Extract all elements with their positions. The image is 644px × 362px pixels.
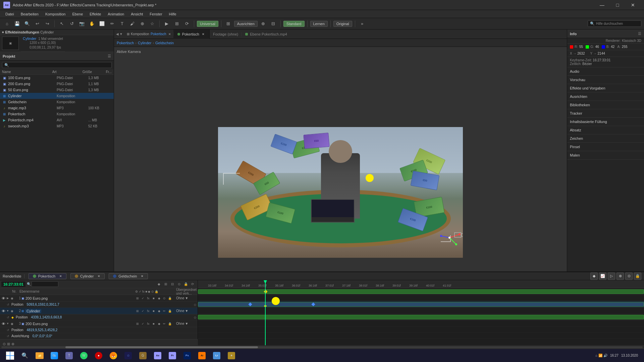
list-item[interactable]: ⊞ Geldschein Komposition: [0, 99, 114, 105]
rotation-tool[interactable]: ↺: [67, 19, 76, 28]
magnet-button[interactable]: ⊞: [224, 19, 233, 28]
position-value-2[interactable]: 4339,1,1420,6,663,8: [31, 315, 62, 319]
ausrichtung-value[interactable]: 0,0°,0,0°,0,0°: [33, 334, 52, 338]
timeline-tab-cylinder[interactable]: Cylinder ✕: [70, 273, 105, 279]
list-item[interactable]: ▣ 100 Euro.png PNG-Datei 1,3 MB: [0, 75, 114, 81]
tracker-section[interactable]: Tracker: [567, 109, 644, 118]
menu-animation[interactable]: Animation: [105, 11, 127, 17]
taskbar-app-9[interactable]: G: [136, 350, 150, 362]
sw-keyframe-2[interactable]: ◆: [157, 309, 161, 313]
pan-tool[interactable]: ✋: [88, 19, 96, 28]
menu-ebene[interactable]: Ebene: [69, 11, 86, 17]
footage-tab[interactable]: Footage (ohne): [210, 32, 242, 36]
list-item[interactable]: ⊞ Pokertisch Komposition: [0, 111, 114, 117]
tl-btn-lock[interactable]: 🔒: [183, 281, 189, 287]
undo-button[interactable]: ↩: [33, 19, 42, 28]
menu-hilfe[interactable]: Hilfe: [166, 11, 179, 17]
loop-button[interactable]: ⟳: [182, 19, 191, 28]
sync-mode[interactable]: Universal: [197, 21, 218, 27]
close-button[interactable]: ✕: [625, 0, 641, 10]
sw-check-1[interactable]: ✓: [141, 296, 145, 301]
sw-lock-1[interactable]: 🔒: [167, 296, 172, 301]
sw-check-2[interactable]: ✓: [141, 309, 145, 313]
breadcrumb-geldschein[interactable]: Geldschein: [155, 41, 174, 45]
ebene-tab[interactable]: Ebene Pokertisch.mp4: [242, 32, 290, 36]
tab-menu-icon[interactable]: ▼: [119, 32, 123, 36]
tab-pokertisch[interactable]: Pokertisch ✕: [173, 29, 210, 39]
sw-motion-3[interactable]: ⊞: [135, 321, 140, 326]
layer-expand-2[interactable]: ▼: [6, 309, 9, 313]
absatz-section[interactable]: Absatz: [567, 126, 644, 134]
minimize-button[interactable]: —: [594, 0, 610, 10]
taskbar-app-last[interactable]: ✦: [225, 350, 238, 362]
position-value-3[interactable]: 4819,9,525,3,4528,2: [27, 328, 58, 332]
position-value-1[interactable]: 5093,6,1592,0,3911,7: [27, 303, 59, 306]
malen-section[interactable]: Malen: [567, 151, 644, 160]
tl-bottom-btn-1[interactable]: ⊙: [3, 342, 6, 345]
sw-blend-2[interactable]: ■: [151, 309, 156, 313]
clone-tool[interactable]: ⊕: [138, 19, 147, 28]
workspace-standard[interactable]: Standard: [283, 21, 305, 27]
sw-lock-3[interactable]: 🔒: [167, 321, 172, 326]
playhead-handle[interactable]: [264, 280, 267, 284]
info-panel-menu[interactable]: ☰: [638, 32, 641, 36]
menu-komposition[interactable]: Komposition: [43, 11, 68, 17]
taskbar-search[interactable]: 🔍: [18, 350, 32, 362]
tl-motion-btn[interactable]: ⊕: [616, 273, 624, 280]
menu-effekte[interactable]: Effekte: [87, 11, 104, 17]
list-item[interactable]: ♪ swoosh.mp3 MP3 52 KB: [0, 123, 114, 129]
taskbar-whatsapp[interactable]: W: [77, 350, 91, 362]
sw-solo-1[interactable]: ⊙: [162, 296, 167, 301]
tl-solo-btn[interactable]: ⊙: [625, 273, 633, 280]
keyframe-dot-1[interactable]: ◇: [194, 303, 196, 306]
taskbar-firefox[interactable]: 🦊: [107, 350, 120, 362]
taskbar-illustrator[interactable]: Ai: [195, 350, 209, 362]
search-button[interactable]: 🔍: [23, 19, 32, 28]
layer-expand-3[interactable]: ▼: [6, 322, 9, 325]
sw-motion-1[interactable]: ⊞: [135, 296, 140, 301]
effekte-section[interactable]: Effekte und Vorgaben: [567, 84, 644, 93]
bibliotheken-section[interactable]: Bibliotheken: [567, 101, 644, 109]
pinsel-section[interactable]: Pinsel: [567, 143, 644, 151]
taskbar-store[interactable]: 🛍: [48, 350, 61, 362]
list-item[interactable]: ▣ 50 Euro.png PNG-Datei 1,3 MB: [0, 87, 114, 93]
project-settings-btn[interactable]: ☰: [108, 54, 111, 58]
expand-button[interactable]: ⊕: [259, 19, 268, 28]
tl-graph-btn[interactable]: 📈: [599, 273, 606, 280]
learn-mode[interactable]: Lernen: [310, 21, 328, 27]
layer-eye-2[interactable]: 👁: [1, 309, 5, 313]
brush-tool[interactable]: 🖌: [128, 19, 137, 28]
sw-check-3[interactable]: ✓: [141, 321, 145, 326]
scrollbar-thumb[interactable]: [65, 346, 258, 348]
sw-lock-2[interactable]: 🔒: [167, 309, 172, 313]
sw-blend-3[interactable]: ■: [151, 321, 156, 326]
sw-edit-2[interactable]: ✏: [162, 309, 167, 313]
text-tool[interactable]: T: [118, 19, 126, 28]
play-button[interactable]: ▶: [162, 19, 171, 28]
tl-time-display[interactable]: 16:27:33:01: [1, 282, 25, 287]
list-item[interactable]: ⊞ Cylinder Komposition: [0, 93, 114, 99]
taskbar-teams[interactable]: T: [62, 350, 76, 362]
layer-solo-2[interactable]: ◉: [10, 309, 14, 313]
list-item[interactable]: ♪ magic.mp3 MP3 100 KB: [0, 105, 114, 111]
tl-search-input[interactable]: [32, 281, 58, 287]
keyframe-dot-2[interactable]: ◇: [194, 316, 196, 319]
audio-section[interactable]: Audio: [567, 67, 644, 76]
taskbar-app-6[interactable]: ●: [92, 350, 105, 362]
sw-keyframe-3[interactable]: ◆: [157, 321, 161, 326]
camera-tool[interactable]: 📷: [77, 19, 86, 28]
inhaltsbasierte-section[interactable]: Inhaltsbasierte Füllung: [567, 118, 644, 126]
list-item[interactable]: ▶ Pokertisch.mp4 AVI ... MB: [0, 117, 114, 123]
ausrichten-section[interactable]: Ausrichten: [567, 93, 644, 101]
tl-btn-solo[interactable]: ⊙: [176, 281, 182, 287]
home-button[interactable]: ⌂: [3, 19, 11, 28]
sw-fx-1[interactable]: fx: [146, 296, 151, 301]
shape-tool[interactable]: ⬜: [98, 19, 106, 28]
track-bar-3[interactable]: [198, 315, 644, 319]
taskbar-explorer[interactable]: 📁: [33, 350, 46, 362]
puppet-tool[interactable]: ☆: [148, 19, 157, 28]
taskbar-windows[interactable]: [3, 350, 17, 362]
timeline-tab-geldschein[interactable]: Geldschein ✕: [109, 273, 148, 279]
collapse-button[interactable]: ⊟: [269, 19, 278, 28]
layer-solo-3[interactable]: ◉: [10, 322, 14, 326]
